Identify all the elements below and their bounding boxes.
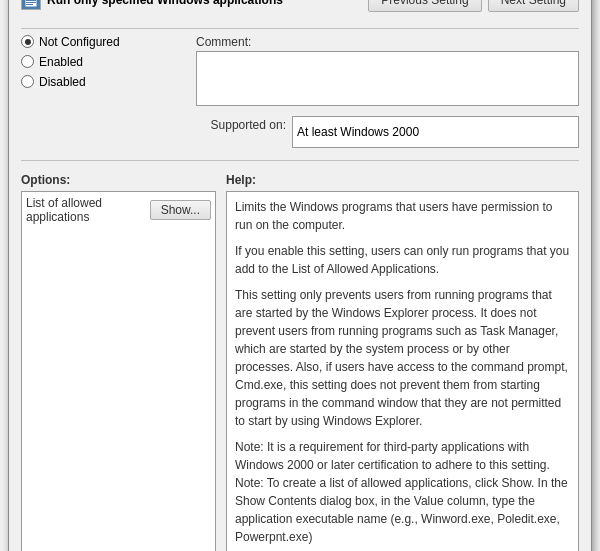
header-row: Run only specified Windows applications … xyxy=(21,0,579,12)
help-title: Help: xyxy=(226,173,579,187)
options-item-label: List of allowed applications xyxy=(26,196,146,224)
options-panel: Options: List of allowed applications Sh… xyxy=(21,173,216,552)
header-title: Run only specified Windows applications xyxy=(21,0,283,10)
svg-rect-7 xyxy=(26,2,36,3)
radio-group: Not Configured Enabled Disabled xyxy=(21,35,196,89)
help-paragraph-1: Limits the Windows programs that users h… xyxy=(235,198,570,234)
header-buttons: Previous Setting Next Setting xyxy=(368,0,579,12)
radio-enabled[interactable]: Enabled xyxy=(21,55,196,69)
options-item-row: List of allowed applications Show... xyxy=(26,196,211,224)
radio-not-configured[interactable]: Not Configured xyxy=(21,35,196,49)
radio-circle-disabled xyxy=(21,75,34,88)
show-button[interactable]: Show... xyxy=(150,200,211,220)
policy-icon xyxy=(21,0,41,10)
content-area: Run only specified Windows applications … xyxy=(9,0,591,551)
next-setting-button[interactable]: Next Setting xyxy=(488,0,579,12)
radio-circle-enabled xyxy=(21,55,34,68)
svg-rect-8 xyxy=(26,4,33,5)
comment-label: Comment: xyxy=(196,35,579,49)
supported-on-value: At least Windows 2000 xyxy=(292,116,579,148)
help-paragraph-3: This setting only prevents users from ru… xyxy=(235,286,570,430)
radio-panel: Not Configured Enabled Disabled xyxy=(21,35,196,154)
svg-rect-6 xyxy=(26,0,36,1)
header-divider xyxy=(21,28,579,29)
help-panel: Help: Limits the Windows programs that u… xyxy=(226,173,579,552)
header-title-text: Run only specified Windows applications xyxy=(47,0,283,7)
supported-row: Supported on: At least Windows 2000 xyxy=(196,116,579,148)
top-area: Not Configured Enabled Disabled Comment: xyxy=(21,35,579,154)
radio-disabled-label: Disabled xyxy=(39,75,86,89)
main-window: Run only specified Windows applications … xyxy=(8,0,592,551)
comment-section: Comment: xyxy=(196,35,579,106)
svg-rect-2 xyxy=(25,0,37,7)
options-title: Options: xyxy=(21,173,216,187)
help-paragraph-4: Note: It is a requirement for third-part… xyxy=(235,438,570,546)
help-paragraph-2: If you enable this setting, users can on… xyxy=(235,242,570,278)
middle-divider xyxy=(21,160,579,161)
radio-disabled[interactable]: Disabled xyxy=(21,75,196,89)
help-box[interactable]: Limits the Windows programs that users h… xyxy=(226,191,579,552)
supported-on-label: Supported on: xyxy=(196,116,286,132)
radio-circle-not-configured xyxy=(21,35,34,48)
previous-setting-button[interactable]: Previous Setting xyxy=(368,0,481,12)
bottom-section: Options: List of allowed applications Sh… xyxy=(21,173,579,552)
comment-supported-panel: Comment: Supported on: At least Windows … xyxy=(196,35,579,154)
radio-not-configured-label: Not Configured xyxy=(39,35,120,49)
options-box: List of allowed applications Show... xyxy=(21,191,216,552)
comment-textarea[interactable] xyxy=(196,51,579,106)
radio-enabled-label: Enabled xyxy=(39,55,83,69)
